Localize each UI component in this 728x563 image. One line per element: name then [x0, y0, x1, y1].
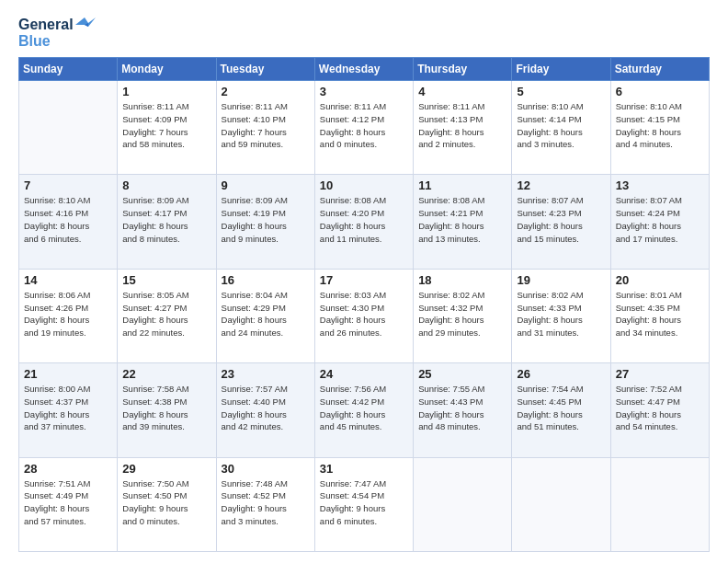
header: GeneralBlue	[18, 17, 710, 50]
day-info: Sunrise: 8:10 AMSunset: 4:15 PMDaylight:…	[616, 100, 704, 151]
day-info: Sunrise: 8:11 AMSunset: 4:09 PMDaylight:…	[122, 100, 210, 151]
calendar-table: SundayMondayTuesdayWednesdayThursdayFrid…	[18, 57, 710, 552]
week-row-1: 7Sunrise: 8:10 AMSunset: 4:16 PMDaylight…	[19, 175, 710, 269]
day-cell: 25Sunrise: 7:55 AMSunset: 4:43 PMDayligh…	[414, 363, 512, 457]
header-cell-wednesday: Wednesday	[314, 58, 413, 81]
day-info: Sunrise: 8:08 AMSunset: 4:21 PMDaylight:…	[418, 194, 506, 245]
day-cell	[512, 457, 610, 551]
header-cell-friday: Friday	[512, 58, 610, 81]
day-cell: 2Sunrise: 8:11 AMSunset: 4:10 PMDaylight…	[216, 81, 314, 175]
day-cell: 8Sunrise: 8:09 AMSunset: 4:17 PMDaylight…	[118, 175, 216, 269]
day-number: 24	[320, 367, 408, 381]
day-number: 7	[24, 178, 112, 192]
day-cell: 7Sunrise: 8:10 AMSunset: 4:16 PMDaylight…	[19, 175, 118, 269]
day-number: 15	[122, 273, 210, 287]
day-cell: 11Sunrise: 8:08 AMSunset: 4:21 PMDayligh…	[414, 175, 512, 269]
day-info: Sunrise: 8:10 AMSunset: 4:16 PMDaylight:…	[24, 194, 112, 245]
day-info: Sunrise: 7:51 AMSunset: 4:49 PMDaylight:…	[24, 477, 112, 528]
day-cell: 6Sunrise: 8:10 AMSunset: 4:15 PMDaylight…	[610, 81, 709, 175]
day-info: Sunrise: 8:02 AMSunset: 4:32 PMDaylight:…	[418, 289, 506, 339]
bird-icon	[75, 17, 96, 32]
day-info: Sunrise: 8:02 AMSunset: 4:33 PMDaylight:…	[517, 289, 605, 339]
day-cell: 17Sunrise: 8:03 AMSunset: 4:30 PMDayligh…	[314, 269, 413, 362]
day-info: Sunrise: 8:11 AMSunset: 4:10 PMDaylight:…	[222, 100, 310, 151]
day-number: 20	[616, 273, 704, 287]
day-info: Sunrise: 7:52 AMSunset: 4:47 PMDaylight:…	[616, 383, 704, 433]
day-number: 27	[616, 367, 704, 381]
header-cell-tuesday: Tuesday	[216, 58, 314, 81]
day-number: 26	[517, 367, 605, 381]
day-number: 30	[222, 462, 310, 476]
day-info: Sunrise: 8:03 AMSunset: 4:30 PMDaylight:…	[320, 289, 408, 339]
day-info: Sunrise: 8:01 AMSunset: 4:35 PMDaylight:…	[616, 289, 704, 339]
day-cell: 23Sunrise: 7:57 AMSunset: 4:40 PMDayligh…	[216, 363, 314, 457]
day-cell	[19, 81, 118, 175]
day-cell: 26Sunrise: 7:54 AMSunset: 4:45 PMDayligh…	[512, 363, 610, 457]
day-number: 2	[222, 85, 310, 98]
day-info: Sunrise: 7:54 AMSunset: 4:45 PMDaylight:…	[517, 383, 605, 433]
day-info: Sunrise: 7:48 AMSunset: 4:52 PMDaylight:…	[222, 477, 310, 528]
day-number: 6	[616, 85, 704, 98]
day-info: Sunrise: 8:09 AMSunset: 4:17 PMDaylight:…	[122, 194, 210, 245]
header-cell-saturday: Saturday	[610, 58, 709, 81]
day-number: 17	[320, 273, 408, 287]
calendar-header: SundayMondayTuesdayWednesdayThursdayFrid…	[19, 58, 710, 81]
week-row-2: 14Sunrise: 8:06 AMSunset: 4:26 PMDayligh…	[19, 269, 710, 362]
day-number: 4	[418, 85, 506, 98]
day-info: Sunrise: 8:07 AMSunset: 4:24 PMDaylight:…	[616, 194, 704, 245]
day-cell	[414, 457, 512, 551]
day-info: Sunrise: 7:55 AMSunset: 4:43 PMDaylight:…	[418, 383, 506, 433]
day-cell: 21Sunrise: 8:00 AMSunset: 4:37 PMDayligh…	[19, 363, 118, 457]
day-info: Sunrise: 8:06 AMSunset: 4:26 PMDaylight:…	[24, 289, 112, 339]
day-cell: 3Sunrise: 8:11 AMSunset: 4:12 PMDaylight…	[314, 81, 413, 175]
header-cell-monday: Monday	[118, 58, 216, 81]
logo-text: General	[18, 17, 96, 33]
day-cell: 16Sunrise: 8:04 AMSunset: 4:29 PMDayligh…	[216, 269, 314, 362]
day-info: Sunrise: 7:50 AMSunset: 4:50 PMDaylight:…	[122, 477, 210, 528]
day-number: 18	[418, 273, 506, 287]
day-cell: 10Sunrise: 8:08 AMSunset: 4:20 PMDayligh…	[314, 175, 413, 269]
day-info: Sunrise: 8:07 AMSunset: 4:23 PMDaylight:…	[517, 194, 605, 245]
day-info: Sunrise: 8:08 AMSunset: 4:20 PMDaylight:…	[320, 194, 408, 245]
day-cell: 4Sunrise: 8:11 AMSunset: 4:13 PMDaylight…	[414, 81, 512, 175]
day-info: Sunrise: 8:09 AMSunset: 4:19 PMDaylight:…	[222, 194, 310, 245]
page: GeneralBlue SundayMondayTuesdayWednesday…	[0, 0, 728, 563]
day-info: Sunrise: 7:56 AMSunset: 4:42 PMDaylight:…	[320, 383, 408, 433]
day-info: Sunrise: 8:11 AMSunset: 4:13 PMDaylight:…	[418, 100, 506, 151]
day-number: 11	[418, 178, 506, 192]
week-row-3: 21Sunrise: 8:00 AMSunset: 4:37 PMDayligh…	[19, 363, 710, 457]
day-info: Sunrise: 8:11 AMSunset: 4:12 PMDaylight:…	[320, 100, 408, 151]
header-row: SundayMondayTuesdayWednesdayThursdayFrid…	[19, 58, 710, 81]
day-number: 5	[517, 85, 605, 98]
day-cell	[610, 457, 709, 551]
day-info: Sunrise: 7:47 AMSunset: 4:54 PMDaylight:…	[320, 477, 408, 528]
day-info: Sunrise: 8:10 AMSunset: 4:14 PMDaylight:…	[517, 100, 605, 151]
header-cell-sunday: Sunday	[19, 58, 118, 81]
day-number: 14	[24, 273, 112, 287]
day-cell: 31Sunrise: 7:47 AMSunset: 4:54 PMDayligh…	[314, 457, 413, 551]
day-number: 21	[24, 367, 112, 381]
day-cell: 24Sunrise: 7:56 AMSunset: 4:42 PMDayligh…	[314, 363, 413, 457]
logo-blue-text: Blue	[18, 33, 51, 50]
day-number: 31	[320, 462, 408, 476]
calendar-body: 1Sunrise: 8:11 AMSunset: 4:09 PMDaylight…	[19, 81, 710, 552]
day-cell: 15Sunrise: 8:05 AMSunset: 4:27 PMDayligh…	[118, 269, 216, 362]
day-cell: 12Sunrise: 8:07 AMSunset: 4:23 PMDayligh…	[512, 175, 610, 269]
day-number: 28	[24, 462, 112, 476]
day-number: 13	[616, 178, 704, 192]
day-cell: 19Sunrise: 8:02 AMSunset: 4:33 PMDayligh…	[512, 269, 610, 362]
week-row-0: 1Sunrise: 8:11 AMSunset: 4:09 PMDaylight…	[19, 81, 710, 175]
day-cell: 28Sunrise: 7:51 AMSunset: 4:49 PMDayligh…	[19, 457, 118, 551]
day-cell: 13Sunrise: 8:07 AMSunset: 4:24 PMDayligh…	[610, 175, 709, 269]
day-cell: 27Sunrise: 7:52 AMSunset: 4:47 PMDayligh…	[610, 363, 709, 457]
day-number: 8	[122, 178, 210, 192]
day-info: Sunrise: 8:00 AMSunset: 4:37 PMDaylight:…	[24, 383, 112, 433]
week-row-4: 28Sunrise: 7:51 AMSunset: 4:49 PMDayligh…	[19, 457, 710, 551]
day-number: 29	[122, 462, 210, 476]
day-cell: 29Sunrise: 7:50 AMSunset: 4:50 PMDayligh…	[118, 457, 216, 551]
day-number: 12	[517, 178, 605, 192]
logo: GeneralBlue	[18, 17, 96, 50]
day-cell: 22Sunrise: 7:58 AMSunset: 4:38 PMDayligh…	[118, 363, 216, 457]
day-info: Sunrise: 7:57 AMSunset: 4:40 PMDaylight:…	[222, 383, 310, 433]
day-number: 9	[222, 178, 310, 192]
